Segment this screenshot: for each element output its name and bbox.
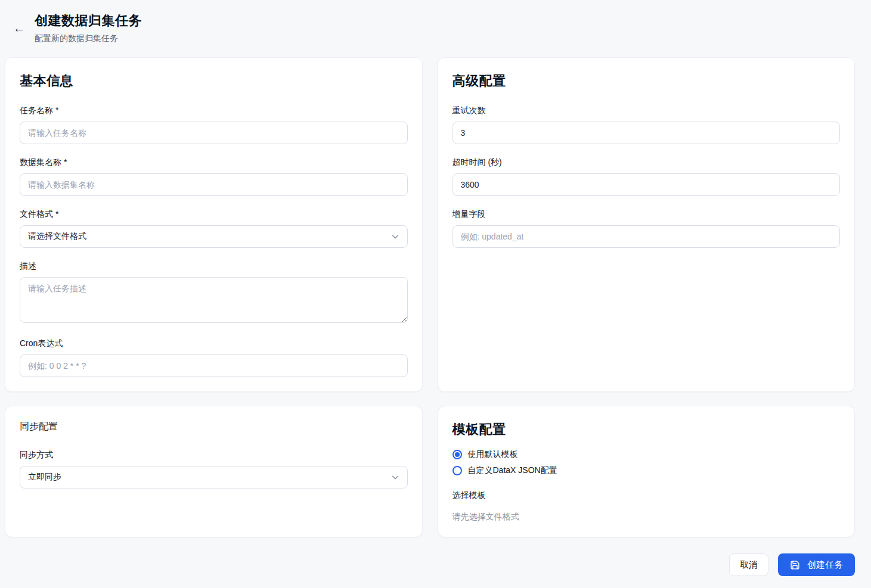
field-sync-method: 同步方式 立即同步 — [20, 450, 408, 489]
field-retry-count: 重试次数 — [452, 105, 841, 144]
field-timeout: 超时时间 (秒) — [452, 157, 841, 196]
field-dataset-name: 数据集名称 * — [20, 157, 408, 196]
task-name-label: 任务名称 * — [20, 105, 408, 116]
field-description: 描述 — [20, 261, 408, 325]
sync-method-select[interactable]: 立即同步 — [20, 466, 408, 489]
form-grid: 基本信息 任务名称 * 数据集名称 * 文件格式 * 请选择文件格式 描述 — [5, 57, 855, 537]
retry-count-label: 重试次数 — [452, 105, 841, 116]
sync-config-card: 同步配置 同步方式 立即同步 — [5, 406, 423, 537]
radio-default-template[interactable]: 使用默认模板 — [452, 449, 841, 460]
cron-input[interactable] — [20, 354, 408, 377]
create-task-button[interactable]: 创建任务 — [778, 553, 855, 576]
template-config-card: 模板配置 使用默认模板 自定义DataX JSON配置 选择模板 请先选择文件格… — [438, 406, 855, 537]
basic-info-card: 基本信息 任务名称 * 数据集名称 * 文件格式 * 请选择文件格式 描述 — [5, 57, 423, 392]
radio-default-template-label: 使用默认模板 — [468, 449, 518, 460]
field-task-name: 任务名称 * — [20, 105, 408, 144]
field-incremental: 增量字段 — [452, 209, 841, 248]
page-header: ← 创建数据归集任务 配置新的数据归集任务 — [5, 0, 855, 50]
cancel-button[interactable]: 取消 — [729, 553, 768, 576]
template-config-title: 模板配置 — [452, 421, 841, 438]
chevron-down-icon — [391, 232, 399, 241]
create-task-page: ← 创建数据归集任务 配置新的数据归集任务 基本信息 任务名称 * 数据集名称 … — [0, 0, 871, 576]
file-format-label: 文件格式 * — [20, 209, 408, 220]
file-format-select[interactable]: 请选择文件格式 — [20, 225, 408, 248]
sync-config-title: 同步配置 — [20, 421, 408, 433]
cron-label: Cron表达式 — [20, 338, 408, 349]
page-title: 创建数据归集任务 — [35, 12, 142, 30]
radio-selected-icon — [452, 450, 462, 459]
advanced-config-title: 高级配置 — [452, 72, 841, 90]
radio-unselected-icon — [452, 466, 462, 475]
save-icon — [790, 560, 800, 570]
sync-method-select-value: 立即同步 — [28, 472, 61, 483]
basic-info-title: 基本信息 — [20, 72, 408, 90]
field-cron: Cron表达式 — [20, 338, 408, 377]
dataset-name-label: 数据集名称 * — [20, 157, 408, 168]
field-file-format: 文件格式 * 请选择文件格式 — [20, 209, 408, 248]
incremental-field-label: 增量字段 — [452, 209, 841, 220]
template-mode-radio-group: 使用默认模板 自定义DataX JSON配置 — [452, 449, 841, 476]
back-button[interactable]: ← — [8, 17, 30, 39]
radio-custom-datax-json[interactable]: 自定义DataX JSON配置 — [452, 465, 841, 476]
description-textarea[interactable] — [20, 277, 408, 323]
sync-method-label: 同步方式 — [20, 450, 408, 461]
create-task-button-label: 创建任务 — [807, 559, 843, 571]
timeout-input[interactable] — [452, 173, 841, 196]
select-template-hint: 请先选择文件格式 — [452, 512, 841, 522]
radio-custom-datax-json-label: 自定义DataX JSON配置 — [468, 465, 557, 476]
advanced-config-card: 高级配置 重试次数 超时时间 (秒) 增量字段 — [438, 57, 855, 392]
task-name-input[interactable] — [20, 122, 408, 144]
back-arrow-icon: ← — [13, 21, 25, 35]
description-label: 描述 — [20, 261, 408, 272]
timeout-label: 超时时间 (秒) — [452, 157, 841, 168]
retry-count-input[interactable] — [452, 122, 841, 144]
select-template-label: 选择模板 — [452, 490, 841, 501]
chevron-down-icon — [391, 473, 399, 481]
dataset-name-input[interactable] — [20, 173, 408, 196]
footer-actions: 取消 创建任务 — [5, 553, 855, 576]
file-format-select-value: 请选择文件格式 — [28, 231, 86, 242]
page-subtitle: 配置新的数据归集任务 — [35, 33, 142, 44]
incremental-field-input[interactable] — [452, 225, 841, 248]
